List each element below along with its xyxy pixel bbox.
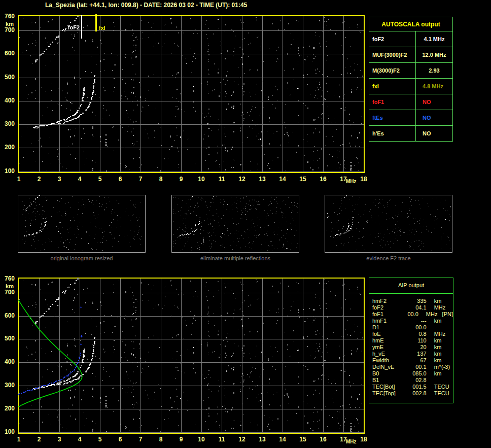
axis-tick-label: 300	[0, 121, 15, 127]
axis-tick-label: 16	[317, 436, 329, 443]
table-row: foE 0.8 MHz	[372, 331, 453, 337]
thumbnail-caption: eliminate multiple reflections	[171, 255, 299, 261]
parameter-unit: km	[434, 298, 453, 304]
parameter-value: 085.0	[407, 370, 427, 377]
thumbnail-image	[18, 195, 146, 253]
axis-tick-label: 8	[155, 436, 167, 443]
axis-tick-label: 600	[0, 313, 15, 319]
autoscala-table-rows: foF2 4.1 MHz MUF(3000)F2 12.0 MHz M(3000…	[369, 31, 452, 141]
parameter-value: 2.93	[416, 63, 452, 78]
axis-tick-label: 400	[0, 97, 15, 104]
parameter-unit: MHz	[434, 331, 453, 337]
parameter-unit: km	[434, 344, 453, 351]
parameter-label: D1	[372, 324, 407, 331]
thumbnail-original-ionogram: original ionogram resized	[18, 195, 146, 261]
parameter-value: 00.0	[407, 324, 427, 331]
parameter-label: foF2	[369, 31, 416, 47]
parameter-value: 4.1 MHz	[416, 31, 452, 47]
parameter-label: B1	[372, 377, 407, 384]
parameter-unit: MHz	[434, 304, 453, 311]
table-row: foF1 00.0 MHz [PN]	[372, 311, 453, 318]
parameter-value: 00.1	[407, 364, 427, 370]
parameter-label: ymE	[372, 344, 407, 351]
axis-tick-label: 760	[0, 275, 15, 282]
parameter-label: TEC[Top]	[372, 390, 407, 397]
table-row: fxI 4.8 MHz	[369, 79, 452, 94]
table-row: DelN_vE 00.1 m^(-3)	[372, 364, 453, 370]
axis-tick-label: 300	[0, 382, 15, 389]
axis-tick-label: 18	[358, 436, 370, 443]
axis-tick-label: 1	[13, 176, 25, 183]
aip-table-rows: hmF2 335 km foF2 04.1 MHz foF1 00.0 MHz	[369, 294, 453, 397]
table-row: hmF2 335 km	[372, 298, 453, 304]
fof2-marker-label: foF2	[63, 24, 80, 30]
axis-tick-label: 12	[236, 176, 248, 183]
axis-tick-label: 760	[0, 13, 15, 20]
parameter-value: ---	[407, 318, 427, 324]
axis-tick-label: 100	[0, 168, 15, 175]
axis-tick-label: 10	[195, 436, 207, 443]
axis-tick-label: 6	[114, 176, 126, 183]
parameter-value: 20	[407, 344, 427, 351]
parameter-label: foF2	[372, 304, 407, 311]
table-row: hmE 110 km	[372, 337, 453, 344]
axis-tick-label: 11	[216, 176, 228, 183]
parameter-value: 4.8 MHz	[416, 79, 452, 94]
parameter-label: MUF(3000)F2	[369, 47, 416, 62]
table-row: TEC[Bot] 001.5 TECU	[372, 384, 453, 390]
parameter-unit	[434, 324, 453, 331]
parameter-value: 335	[407, 298, 427, 304]
top-ionogram-canvas	[18, 15, 365, 173]
parameter-value: 001.5	[407, 384, 427, 390]
axis-tick-label: 200	[0, 144, 15, 151]
parameter-label: h'Es	[369, 126, 416, 141]
table-row: M(3000)F2 2.93	[369, 63, 452, 79]
fof2-marker-line	[81, 15, 82, 39]
thumbnail-evidence-f2-trace: evidence F2 trace	[325, 195, 452, 261]
parameter-unit: TECU	[434, 384, 453, 390]
table-row: foF2 04.1 MHz	[372, 304, 453, 311]
autoscala-app-window: La_Spezia (lat: +44.1, lon: 009.8) - DAT…	[0, 0, 491, 448]
parameter-label: foF1	[372, 311, 402, 318]
axis-tick-label: 3	[53, 176, 65, 183]
axis-tick-label: 15	[297, 176, 309, 183]
axis-tick-label: 7	[134, 436, 147, 443]
parameter-label: foE	[372, 331, 407, 337]
aip-table-title: AIP output	[369, 278, 453, 292]
axis-tick-label: 1	[13, 436, 25, 443]
axis-tick-label: 2	[33, 436, 45, 443]
thumbnail-caption: original ionogram resized	[18, 255, 146, 261]
parameter-unit: TECU	[434, 390, 453, 397]
parameter-label: hmF2	[372, 298, 407, 304]
parameter-unit: km	[434, 318, 453, 324]
table-row: ftEs NO	[369, 110, 452, 126]
parameter-value: NO	[416, 110, 452, 125]
parameter-label: h_vE	[372, 351, 407, 357]
thumbnail-image	[171, 195, 299, 253]
y-axis-unit-label: km	[0, 283, 14, 289]
x-axis-unit-label: MHz	[346, 439, 357, 444]
parameter-label: hmF1	[372, 318, 407, 324]
axis-tick-label: 700	[0, 27, 15, 33]
parameter-label: M(3000)F2	[369, 63, 416, 78]
parameter-unit: km	[434, 351, 453, 357]
parameter-value: NO	[416, 126, 452, 141]
axis-tick-label: 13	[256, 436, 268, 443]
table-row: MUF(3000)F2 12.0 MHz	[369, 47, 452, 63]
parameter-flag: [PN]	[442, 311, 453, 318]
parameter-label: DelN_vE	[372, 364, 407, 370]
table-row: foF2 4.1 MHz	[369, 31, 452, 47]
x-axis-unit-label: MHz	[346, 179, 357, 184]
parameter-value: 0.8	[407, 331, 427, 337]
axis-tick-label: 6	[114, 436, 126, 443]
parameter-label: TEC[Bot]	[372, 384, 407, 390]
table-row: TEC[Top] 002.8 TECU	[372, 390, 453, 397]
axis-tick-label: 5	[94, 176, 106, 183]
axis-tick-label: 16	[317, 176, 329, 183]
parameter-label: Ewidth	[372, 357, 407, 364]
axis-tick-label: 500	[0, 335, 15, 342]
axis-tick-label: 12	[236, 436, 248, 443]
fxi-marker-label: fxI	[99, 25, 106, 31]
thumbnail-eliminate-reflections: eliminate multiple reflections	[171, 195, 299, 261]
axis-tick-label: 15	[297, 436, 309, 443]
